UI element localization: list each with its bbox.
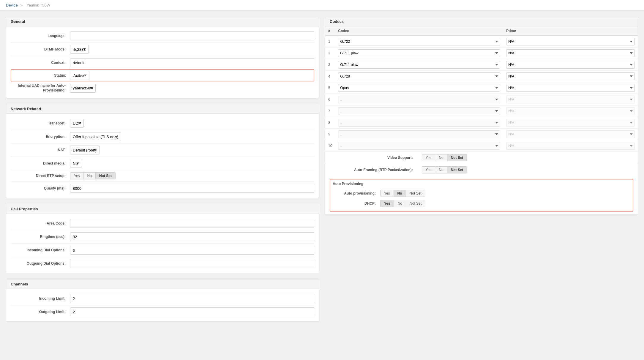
- ptime-select-1[interactable]: N/A: [506, 38, 635, 45]
- context-label: Context:: [11, 61, 70, 65]
- auto-framing-group: Yes No Not Set: [422, 166, 467, 173]
- codecs-title: Codecs: [325, 17, 638, 26]
- auto-framing-label: Auto-Framing (RTP Packetization):: [330, 168, 417, 172]
- dhcp-group: Yes No Not Set: [380, 200, 425, 207]
- dtmf-select[interactable]: rfc2833: [70, 45, 89, 54]
- ptime-cell-9: N/A: [503, 129, 638, 140]
- ringtime-input[interactable]: [70, 232, 314, 241]
- codec-select-9[interactable]: ..: [338, 130, 500, 138]
- dhcp-row: DHCP: Yes No Not Set: [333, 198, 630, 209]
- status-select-wrapper: Active Inactive: [71, 71, 314, 80]
- codec-select-2[interactable]: G.711 μlaw: [338, 49, 500, 57]
- incoming-dial-row: Incoming Dial Options:: [11, 244, 314, 257]
- codec-select-10[interactable]: ..: [338, 142, 500, 150]
- codec-select-8[interactable]: ..: [338, 119, 500, 127]
- codec-num-8: 8: [325, 117, 335, 129]
- col-num: #: [325, 26, 335, 36]
- codec-cell-7: ..: [335, 105, 503, 117]
- direct-media-select[interactable]: No Yes: [70, 159, 82, 168]
- ptime-select-5[interactable]: N/A: [506, 84, 635, 92]
- video-support-row: Video Support: Yes No Not Set: [325, 151, 638, 164]
- incoming-limit-row: Incoming Limit:: [11, 292, 314, 305]
- dhcp-yes[interactable]: Yes: [380, 200, 394, 207]
- ptime-select-3[interactable]: N/A: [506, 61, 635, 69]
- direct-rtp-label: Direct RTP setup:: [11, 174, 70, 178]
- codec-select-5[interactable]: Opus: [338, 84, 500, 92]
- area-code-input[interactable]: [70, 219, 314, 228]
- ptime-select-4[interactable]: N/A: [506, 72, 635, 80]
- codec-select-1[interactable]: G.722: [338, 38, 500, 45]
- dhcp-notset[interactable]: Not Set: [406, 200, 425, 207]
- codec-num-6: 6: [325, 94, 335, 105]
- codec-num-9: 9: [325, 129, 335, 140]
- codec-row-4: 4G.729N/A: [325, 71, 638, 82]
- language-input[interactable]: [70, 31, 314, 40]
- auto-prov-title: Auto Provisioning: [333, 182, 630, 186]
- dtmf-select-wrapper: rfc2833: [70, 45, 314, 54]
- internal-uad-select[interactable]: yealinkt58w: [70, 84, 96, 93]
- auto-prov-label: Auto provisioning:: [333, 191, 380, 195]
- direct-media-label: Direct media:: [11, 161, 70, 165]
- dhcp-no[interactable]: No: [394, 200, 406, 207]
- context-input[interactable]: [70, 58, 314, 67]
- internal-uad-select-wrapper: yealinkt58w: [70, 84, 314, 93]
- status-row: Status: Active Inactive: [11, 70, 314, 81]
- qualify-input[interactable]: [70, 184, 314, 193]
- codec-select-3[interactable]: G.711 alaw: [338, 61, 500, 69]
- video-support-no[interactable]: No: [435, 154, 447, 161]
- transport-select[interactable]: UDP: [70, 119, 84, 128]
- breadcrumb-parent[interactable]: Device: [6, 3, 18, 7]
- nat-select[interactable]: Default (rport): [70, 146, 100, 154]
- ringtime-row: Ringtime (sec):: [11, 230, 314, 244]
- incoming-dial-input[interactable]: [70, 246, 314, 255]
- direct-rtp-no[interactable]: No: [84, 172, 96, 179]
- video-support-yes[interactable]: Yes: [422, 154, 435, 161]
- codec-cell-5: Opus: [335, 82, 503, 94]
- codec-select-6[interactable]: ..: [338, 96, 500, 103]
- breadcrumb-separator: >: [20, 3, 23, 7]
- outgoing-limit-input[interactable]: [70, 307, 314, 316]
- auto-framing-yes[interactable]: Yes: [422, 166, 435, 173]
- channels-section: Channels Incoming Limit: Outgoing Limit:: [6, 279, 319, 322]
- direct-rtp-notset[interactable]: Not Set: [96, 172, 116, 179]
- ptime-select-2[interactable]: N/A: [506, 49, 635, 57]
- nat-row: NAT: Default (rport): [11, 143, 314, 157]
- qualify-row: Qualify (ms):: [11, 182, 314, 195]
- auto-prov-yes[interactable]: Yes: [380, 190, 394, 197]
- encryption-label: Encryption:: [11, 135, 70, 139]
- ptime-select-10: N/A: [506, 142, 635, 150]
- codec-select-4[interactable]: G.729: [338, 72, 500, 80]
- col-ptime: Ptime: [503, 26, 638, 36]
- codec-cell-3: G.711 alaw: [335, 59, 503, 71]
- ptime-cell-10: N/A: [503, 140, 638, 152]
- status-select[interactable]: Active Inactive: [71, 71, 89, 80]
- codec-cell-1: G.722: [335, 36, 503, 48]
- language-row: Language:: [11, 29, 314, 43]
- auto-framing-notset[interactable]: Not Set: [447, 166, 467, 173]
- codec-num-2: 2: [325, 48, 335, 59]
- nat-select-wrapper: Default (rport): [70, 146, 314, 154]
- transport-row: Transport: UDP: [11, 117, 314, 130]
- codec-select-7[interactable]: ..: [338, 107, 500, 115]
- general-section: General Language: DTMF Mode: rfc2833: [6, 17, 319, 98]
- incoming-limit-input[interactable]: [70, 294, 314, 303]
- outgoing-dial-input[interactable]: [70, 259, 314, 268]
- ptime-select-9: N/A: [506, 130, 635, 138]
- ptime-select-7: N/A: [506, 107, 635, 115]
- right-panel: Codecs # Codec Ptime 1G.722N/A2G.711 μla…: [325, 17, 638, 328]
- call-properties-title: Call Properties: [6, 204, 319, 214]
- network-title: Network Related: [6, 104, 319, 114]
- auto-prov-no[interactable]: No: [394, 190, 406, 197]
- codec-row-9: 9..N/A: [325, 129, 638, 140]
- auto-prov-notset[interactable]: Not Set: [406, 190, 425, 197]
- encryption-select[interactable]: Offer if possible (TLS only): [70, 132, 121, 141]
- auto-framing-no[interactable]: No: [435, 166, 447, 173]
- video-support-notset[interactable]: Not Set: [447, 154, 467, 161]
- codec-cell-2: G.711 μlaw: [335, 48, 503, 59]
- qualify-label: Qualify (ms):: [11, 186, 70, 190]
- direct-rtp-yes[interactable]: Yes: [70, 172, 84, 179]
- codec-row-8: 8..N/A: [325, 117, 638, 129]
- codec-cell-6: ..: [335, 94, 503, 105]
- auto-framing-row: Auto-Framing (RTP Packetization): Yes No…: [325, 164, 638, 176]
- col-codec: Codec: [335, 26, 503, 36]
